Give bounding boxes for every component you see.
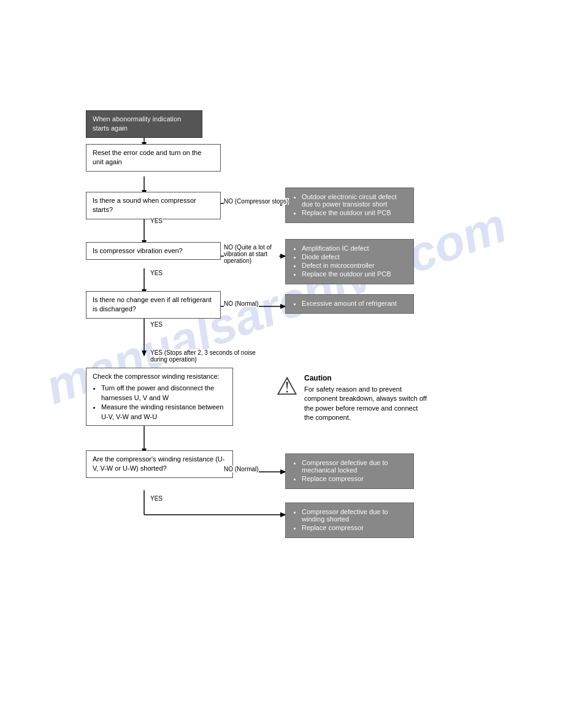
step2-result-list: Outdoor electronic circuit defect due to… (302, 193, 406, 216)
step6-no-result: Compressor defective due to mechanical l… (285, 453, 414, 489)
step2-yes-label: YES (150, 218, 163, 224)
step2-result-item2: Replace the outdoor unit PCB (302, 209, 406, 216)
caution-block: ⚠ Caution For safety reason and to preve… (276, 374, 442, 423)
step2-result: Outdoor electronic circuit defect due to… (285, 188, 414, 223)
step3-result: Amplification IC defect Diode defect Def… (285, 239, 414, 284)
start-box: When abonormality indication starts agai… (86, 110, 202, 138)
step3-result-list: Amplification IC defect Diode defect Def… (302, 245, 406, 278)
step4-result: Excessive amount of refrigerant (285, 294, 414, 314)
svg-marker-13 (142, 351, 147, 357)
step7-result: Compressor defective due to winding shor… (285, 502, 414, 538)
step1-box: Reset the error code and turn on the uni… (86, 144, 221, 172)
step4-yes-label: YES (150, 321, 163, 328)
caution-icon: ⚠ (276, 374, 298, 398)
caution-text: For safety reason and to prevent compone… (304, 385, 427, 423)
step6-no-result-list: Compressor defective due to mechanical l… (302, 459, 406, 482)
step3-no-label: NO (Quite a lot of vibration at start op… (224, 244, 279, 264)
step5-yes-label: YES (Stops after 2, 3 seconds of noise d… (150, 349, 273, 363)
step5-box: Check the compressor winding resistance:… (86, 368, 233, 426)
caution-label: Caution (304, 374, 427, 382)
step6-no-label: NO (Normal) (224, 466, 259, 472)
step2-result-item1: Outdoor electronic circuit defect due to… (302, 193, 406, 208)
step2-no-label: NO (Compressor stops) (224, 198, 289, 205)
step2-box: Is there a sound when compressor starts? (86, 192, 221, 219)
step4-box: Is there no change even if all refrigera… (86, 291, 221, 319)
step6-yes-label: YES (150, 495, 163, 502)
step3-yes-label: YES (150, 270, 163, 276)
step4-no-label: NO (Normal) (224, 300, 259, 307)
step4-result-list: Excessive amount of refrigerant (302, 300, 406, 307)
step6-box: Are the compressor's winding resistance … (86, 450, 233, 478)
step3-box: Is compressor vibration even? (86, 242, 221, 260)
step7-result-list: Compressor defective due to winding shor… (302, 508, 406, 531)
